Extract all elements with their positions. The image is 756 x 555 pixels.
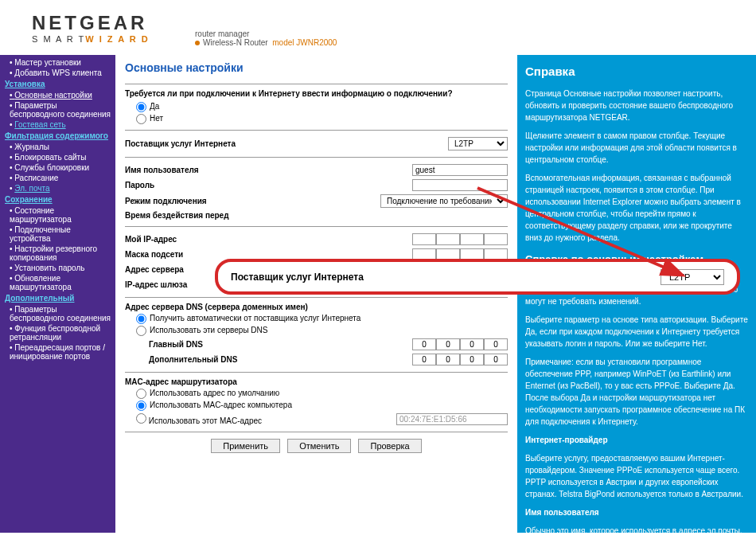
help-p8: Обычно это имя, которое используется в а… (525, 525, 748, 533)
help-p2: Щелкните элемент в самом правом столбце.… (525, 130, 748, 166)
cancel-button[interactable]: Отменить (287, 439, 351, 453)
ip2[interactable] (436, 233, 460, 245)
sidebar-item-attached-devices[interactable]: Подключенные устройства (0, 225, 115, 244)
sidebar-section-advanced: Дополнительный (0, 292, 115, 304)
help-title: Справка (525, 63, 748, 81)
callout-overlay: Поставщик услуг Интернета L2TP (215, 259, 740, 295)
sidebar-section-filtering: Фильтрация содержимого (0, 130, 115, 142)
help-p7: Выберите услугу, предоставляемую вашим И… (525, 452, 748, 500)
ip3[interactable] (460, 233, 484, 245)
conn-mode-select[interactable]: Подключение по требованию (380, 194, 508, 208)
sd4[interactable] (484, 354, 508, 365)
pd4[interactable] (484, 338, 508, 350)
radio-no[interactable] (136, 114, 146, 124)
sd2[interactable] (436, 354, 460, 365)
dns-title: Адрес сервера DNS (сервера доменных имен… (125, 303, 508, 313)
radio-mac-pc[interactable] (136, 401, 146, 411)
sidebar-item-wireless-settings[interactable]: Параметры беспроводного соединения (0, 100, 115, 119)
isp-select[interactable]: L2TP (448, 137, 508, 150)
radio-dns-manual[interactable] (136, 326, 146, 336)
sidebar-item-email[interactable]: Эл. почта (0, 183, 115, 193)
my-ip-label: Мой IP-адрес (125, 235, 292, 244)
dns-primary-label: Главный DNS (149, 340, 316, 349)
test-button[interactable]: Проверка (358, 439, 421, 453)
page-title: Основные настройки (125, 61, 508, 74)
sidebar-item-set-password[interactable]: Установить пароль (0, 263, 115, 273)
username-input[interactable] (412, 164, 508, 176)
help-isp-heading: Интернет-провайдер (525, 434, 748, 446)
sidebar-item-block-services[interactable]: Службы блокировки (0, 162, 115, 173)
help-p6: Примечание: если вы установили программн… (525, 356, 748, 428)
pd2[interactable] (436, 338, 460, 350)
callout-label: Поставщик услуг Интернета (231, 272, 364, 283)
radio-mac-this[interactable] (136, 413, 146, 424)
sidebar-item-router-status[interactable]: Состояние маршрутизатора (0, 205, 115, 225)
password-input[interactable] (412, 179, 508, 191)
mac-input[interactable] (396, 413, 508, 425)
sidebar-item-wireless-params[interactable]: Параметры беспроводного соединения (0, 304, 115, 323)
help-p1: Страница Основные настройки позволяет на… (525, 88, 748, 123)
apply-button[interactable]: Применить (211, 439, 280, 453)
sidebar-item-router-upgrade[interactable]: Обновление маршрутизатора (0, 273, 115, 292)
sd3[interactable] (460, 354, 484, 365)
radio-mac-default[interactable] (136, 389, 146, 399)
isp-label: Поставщик услуг Интернета (125, 139, 292, 148)
help-p5: Выберите параметр на основе типа авториз… (525, 314, 748, 350)
dns-secondary-label: Дополнительный DNS (149, 355, 316, 364)
sidebar-section-setup: Установка (0, 78, 115, 90)
pd3[interactable] (460, 338, 484, 350)
subnet-label: Маска подсети (125, 250, 292, 259)
radio-dns-auto[interactable] (136, 314, 146, 324)
sidebar-item-add-wps[interactable]: Добавить WPS клиента (0, 68, 115, 78)
sidebar-item-port-forward[interactable]: Переадресация портов / иницирование порт… (0, 342, 115, 362)
sidebar-item-schedule[interactable]: Расписание (0, 173, 115, 183)
sidebar-item-setup-wizard[interactable]: Мастер установки (0, 57, 115, 68)
help-p3: Вспомогательная информация, связанная с … (525, 172, 748, 244)
mac-title: MAC-адрес маршрутизатора (125, 377, 508, 388)
router-subtitle: router manager Wireless-N Router model J… (195, 29, 724, 47)
sidebar-section-maintenance: Сохранение (0, 193, 115, 205)
idle-label: Время бездействия перед (125, 211, 292, 220)
dot-icon (195, 41, 200, 45)
ip4[interactable] (484, 233, 508, 245)
sidebar-item-block-sites[interactable]: Блокировать сайты (0, 152, 115, 162)
sidebar-item-backup[interactable]: Настройки резервного копирования (0, 244, 115, 263)
username-label: Имя пользователя (125, 166, 292, 174)
conn-mode-label: Режим подключения (125, 197, 292, 205)
login-question: Требуется ли при подключении к Интернету… (125, 89, 508, 101)
help-user-heading: Имя пользователя (525, 506, 748, 518)
sidebar-item-wireless-repeat[interactable]: Функция беспроводной ретрансляции (0, 323, 115, 342)
sidebar: Мастер установки Добавить WPS клиента Ус… (0, 55, 115, 533)
password-label: Пароль (125, 181, 292, 190)
pd1[interactable] (412, 338, 436, 350)
ip1[interactable] (412, 233, 436, 245)
radio-yes[interactable] (136, 102, 146, 112)
sidebar-item-basic-settings[interactable]: Основные настройки (0, 90, 115, 100)
sidebar-item-guest-network[interactable]: Гостевая сеть (0, 119, 115, 130)
callout-select[interactable]: L2TP (661, 269, 724, 285)
sd1[interactable] (412, 354, 436, 365)
sidebar-item-logs[interactable]: Журналы (0, 142, 115, 152)
